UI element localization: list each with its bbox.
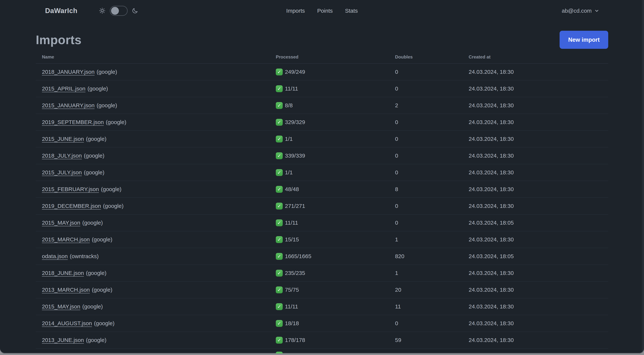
success-check-icon: ✓ — [276, 253, 283, 260]
processed-count: 1/1 — [285, 136, 293, 142]
processed-count: 8/8 — [285, 102, 293, 109]
theme-switch-knob — [111, 7, 119, 15]
import-file-link[interactable]: 2015_FEBRUARY.json — [42, 186, 99, 192]
created-at-cell: 24.03.2024, 18:30 — [469, 337, 608, 343]
import-source-label: (google) — [84, 153, 104, 159]
page-title: Imports — [36, 33, 82, 47]
import-file-link[interactable]: 2015_MARCH.json — [42, 236, 90, 243]
success-check-icon: ✓ — [276, 169, 283, 176]
table-row: 2015_JUNE.json(google)✓1/1024.03.2024, 1… — [36, 131, 608, 147]
success-check-icon: ✓ — [276, 320, 283, 327]
import-file-link[interactable]: 2018_JULY.json — [42, 153, 82, 159]
imports-page: Imports New import Name Processed Double… — [36, 31, 608, 354]
processed-cell: ✓339/339 — [276, 152, 395, 159]
import-file-link[interactable]: 2015_MAY.json — [42, 303, 80, 310]
nav-link-imports[interactable]: Imports — [286, 8, 305, 14]
column-header-name: Name — [36, 54, 276, 60]
processed-count: 11/11 — [285, 220, 298, 226]
doubles-cell: 1 — [395, 236, 469, 243]
success-check-icon: ✓ — [276, 102, 283, 109]
table-row: ✓ — [36, 349, 608, 354]
doubles-cell: 0 — [395, 136, 469, 142]
processed-cell: ✓75/75 — [276, 287, 395, 293]
name-cell: 2015_JULY.json(google) — [36, 169, 276, 176]
table-row: 2014_AUGUST.json(google)✓18/18024.03.202… — [36, 315, 608, 332]
created-at-cell: 24.03.2024, 18:05 — [469, 220, 608, 226]
table-header-row: Name Processed Doubles Created at — [36, 54, 608, 64]
sun-icon — [99, 7, 106, 14]
nav-link-points[interactable]: Points — [317, 8, 332, 14]
moon-icon — [132, 7, 138, 14]
processed-cell: ✓11/11 — [276, 219, 395, 226]
app-window: DaWarIch Imports Points Stats — [0, 0, 644, 354]
import-file-link[interactable]: 2015_JULY.json — [42, 169, 82, 175]
import-file-link[interactable]: 2019_SEPTEMBER.json — [42, 119, 104, 125]
doubles-cell: 0 — [395, 69, 469, 75]
import-source-label: (google) — [86, 136, 106, 142]
name-cell: 2015_MAY.json(google) — [36, 303, 276, 310]
success-check-icon: ✓ — [276, 219, 283, 226]
created-at-cell: 24.03.2024, 18:30 — [469, 69, 608, 75]
doubles-cell: 0 — [395, 119, 469, 125]
doubles-cell: 8 — [395, 186, 469, 192]
processed-count: 11/11 — [285, 85, 298, 92]
created-at-cell: 24.03.2024, 18:30 — [469, 169, 608, 176]
name-cell: 2019_SEPTEMBER.json(google) — [36, 119, 276, 125]
user-email: ab@cd.com — [562, 8, 592, 14]
app-logo[interactable]: DaWarIch — [45, 7, 77, 15]
processed-count: 178/178 — [285, 337, 305, 343]
import-file-link[interactable]: 2018_JUNE.json — [42, 270, 84, 276]
name-cell: 2015_MAY.json(google) — [36, 220, 276, 226]
name-cell: odata.json(owntracks) — [36, 253, 276, 260]
success-check-icon: ✓ — [276, 85, 283, 92]
success-check-icon: ✓ — [276, 352, 283, 354]
import-source-label: (google) — [106, 119, 126, 125]
name-cell: 2015_APRIL.json(google) — [36, 85, 276, 92]
import-file-link[interactable]: 2014_AUGUST.json — [42, 320, 92, 326]
name-cell: 2014_AUGUST.json(google) — [36, 320, 276, 327]
navbar: DaWarIch Imports Points Stats — [0, 0, 644, 21]
doubles-cell: 2 — [395, 102, 469, 109]
processed-count: 329/329 — [285, 119, 305, 125]
processed-cell: ✓1/1 — [276, 136, 395, 142]
processed-cell: ✓1/1 — [276, 169, 395, 176]
table-row: 2018_JULY.json(google)✓339/339024.03.202… — [36, 147, 608, 164]
import-file-link[interactable]: 2015_JUNE.json — [42, 136, 84, 142]
user-menu[interactable]: ab@cd.com — [562, 8, 599, 14]
import-source-label: (google) — [92, 236, 112, 243]
processed-cell: ✓ — [276, 349, 395, 354]
import-file-link[interactable]: 2019_DECEMBER.json — [42, 203, 101, 209]
processed-count: 271/271 — [285, 203, 305, 209]
nav-link-stats[interactable]: Stats — [345, 8, 358, 14]
created-at-cell: 24.03.2024, 18:30 — [469, 85, 608, 92]
doubles-cell: 0 — [395, 320, 469, 327]
theme-toggle[interactable] — [99, 6, 138, 16]
doubles-cell: 11 — [395, 303, 469, 310]
table-row: 2015_JANUARY.json(google)✓8/8224.03.2024… — [36, 97, 608, 114]
table-row: 2013_MARCH.json(google)✓75/752024.03.202… — [36, 282, 608, 298]
processed-cell: ✓11/11 — [276, 85, 395, 92]
import-file-link[interactable]: odata.json — [42, 253, 68, 259]
processed-cell: ✓11/11 — [276, 303, 395, 310]
import-file-link[interactable]: 2015_APRIL.json — [42, 85, 86, 92]
theme-switch[interactable] — [110, 6, 128, 16]
created-at-cell: 24.03.2024, 18:30 — [469, 153, 608, 159]
processed-cell: ✓15/15 — [276, 236, 395, 243]
name-cell: 2019_DECEMBER.json(google) — [36, 203, 276, 209]
created-at-cell: 24.03.2024, 18:30 — [469, 119, 608, 125]
import-file-link[interactable]: 2018_JANUARY.json — [42, 69, 94, 75]
processed-cell: ✓48/48 — [276, 186, 395, 193]
name-cell: 2018_JUNE.json(google) — [36, 270, 276, 276]
import-file-link[interactable]: 2015_JANUARY.json — [42, 102, 94, 108]
import-source-label: (google) — [103, 203, 124, 209]
import-source-label: (google) — [86, 270, 106, 276]
created-at-cell: 24.03.2024, 18:30 — [469, 236, 608, 243]
processed-cell: ✓18/18 — [276, 320, 395, 327]
import-file-link[interactable]: 2013_JUNE.json — [42, 337, 84, 343]
import-file-link[interactable]: 2013_MARCH.json — [42, 287, 90, 293]
import-file-link[interactable]: 2015_MAY.json — [42, 220, 80, 226]
success-check-icon: ✓ — [276, 203, 283, 210]
new-import-button[interactable]: New import — [560, 31, 608, 49]
created-at-cell: 24.03.2024, 18:30 — [469, 102, 608, 109]
processed-cell: ✓235/235 — [276, 270, 395, 277]
